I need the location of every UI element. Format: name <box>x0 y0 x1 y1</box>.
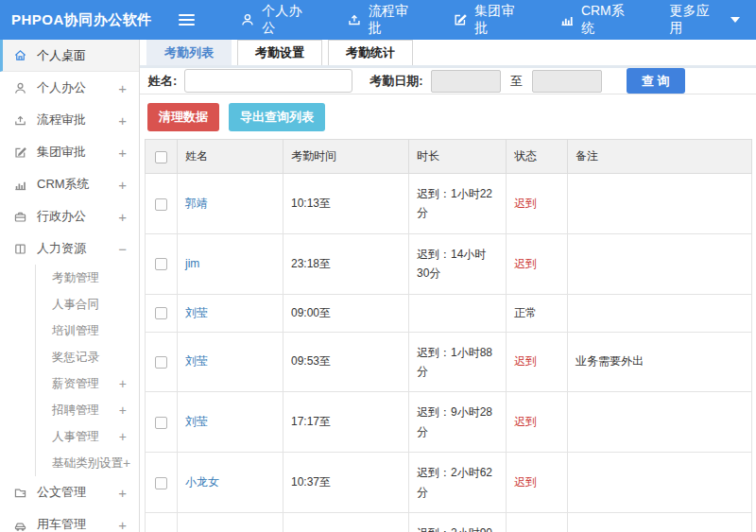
sidebar-item-label: 人力资源 <box>37 240 118 257</box>
toolbar: 清理数据 导出查询列表 <box>140 94 756 139</box>
sidebar-item-label: 个人办公 <box>37 79 118 96</box>
sidebar-item-personal-desktop[interactable]: 个人桌面 <box>0 40 139 72</box>
col-header-note: 备注 <box>568 140 752 174</box>
row-checkbox[interactable] <box>155 198 167 211</box>
sidebar-item-vehicle-mgmt[interactable]: 用车管理 + <box>0 508 139 532</box>
topnav-workflow-approval[interactable]: 流程审批 <box>331 3 438 37</box>
row-checkbox[interactable] <box>155 307 167 319</box>
sidebar: 个人桌面 个人办公 + 流程审批 + 集团审批 + CRM系统 + 行政办公 + <box>0 40 140 532</box>
row-checkbox[interactable] <box>155 417 167 429</box>
duration-cell <box>409 294 507 332</box>
name-label: 姓名: <box>148 73 177 90</box>
submenu-item-rewards[interactable]: 奖惩记录 <box>36 344 139 370</box>
time-cell: 10:13至 <box>284 174 409 234</box>
submenu-item-label: 人事合同 <box>52 297 127 313</box>
status-cell: 迟到 <box>507 174 568 234</box>
note-cell: 1111 <box>568 512 752 532</box>
to-label: 至 <box>510 73 523 90</box>
sidebar-item-document-mgmt[interactable]: 公文管理 + <box>0 476 139 508</box>
name-link[interactable]: 小龙女 <box>178 453 284 513</box>
submenu-item-hr-contract[interactable]: 人事合同 <box>36 291 139 317</box>
status-cell: 迟到 <box>507 332 568 392</box>
submenu-item-label: 薪资管理 <box>52 376 119 392</box>
note-cell <box>568 294 752 332</box>
topnav-label: CRM系统 <box>581 3 638 37</box>
tab-attendance-settings[interactable]: 考勤设置 <box>237 40 322 65</box>
sidebar-item-human-resources[interactable]: 人力资源 − <box>0 232 139 265</box>
col-header-name: 姓名 <box>178 140 284 174</box>
status-cell: 迟到 <box>507 392 568 453</box>
note-cell <box>568 233 752 294</box>
submenu-item-label: 奖惩记录 <box>52 350 127 366</box>
tab-attendance-stats[interactable]: 考勤统计 <box>328 40 413 65</box>
topnav-crm-system[interactable]: CRM系统 <box>543 3 653 37</box>
workflow-icon <box>347 12 362 27</box>
clear-data-button[interactable]: 清理数据 <box>147 103 219 131</box>
submenu-item-label: 考勤管理 <box>52 270 127 286</box>
app-title: PHPOA协同办公软件 <box>0 11 179 29</box>
table-row: 刘莹 17:17至 迟到：9小时28分 迟到 <box>146 392 752 453</box>
status-cell: 迟到 <box>507 233 568 294</box>
sidebar-item-label: 公文管理 <box>37 484 118 501</box>
col-header-duration: 时长 <box>409 140 507 174</box>
time-cell: 17:17至 <box>284 392 409 453</box>
date-from-input[interactable] <box>431 70 501 93</box>
submenu-item-label: 人事管理 <box>52 429 119 445</box>
sidebar-item-personal-office[interactable]: 个人办公 + <box>0 72 139 104</box>
main-panel: 考勤列表 考勤设置 考勤统计 姓名: 考勤日期: 至 查 询 清理数据 导出查询… <box>140 40 756 532</box>
tab-attendance-list[interactable]: 考勤列表 <box>146 40 232 65</box>
topnav-personal-office[interactable]: 个人办公 <box>224 3 331 37</box>
sidebar-item-crm-system[interactable]: CRM系统 + <box>0 168 139 200</box>
date-to-input[interactable] <box>532 70 602 93</box>
submenu-item-personnel[interactable]: 人事管理 + <box>36 423 139 450</box>
expand-sign: + <box>118 177 127 193</box>
sidebar-item-group-approval[interactable]: 集团审批 + <box>0 136 139 168</box>
row-checkbox[interactable] <box>155 258 167 270</box>
bar-chart-icon <box>13 178 27 192</box>
expand-sign: + <box>119 403 127 418</box>
duration-cell: 迟到：14小时30分 <box>409 233 507 294</box>
search-bar: 姓名: 考勤日期: 至 查 询 <box>140 68 756 94</box>
row-checkbox[interactable] <box>155 356 167 369</box>
topnav-group-approval[interactable]: 集团审批 <box>437 3 543 37</box>
sidebar-item-label: 集团审批 <box>37 144 118 161</box>
submenu-item-attendance[interactable]: 考勤管理 <box>36 265 139 291</box>
row-checkbox[interactable] <box>155 477 167 489</box>
topnav-more-apps[interactable]: 更多应用 <box>653 3 756 37</box>
expand-sign: + <box>119 376 127 391</box>
name-link[interactable]: 刘莹 <box>178 392 284 453</box>
table-row: 刘莹 09:53至 迟到：1小时88分 迟到 业务需要外出 <box>146 332 752 392</box>
note-cell <box>568 453 752 513</box>
select-all-checkbox[interactable] <box>155 151 167 163</box>
name-link[interactable]: jim <box>178 233 284 294</box>
table-row: 管理员 10:54至10:54 迟到：2小时90分 早退：7小时10分 迟到/早… <box>146 512 752 532</box>
name-link[interactable]: 刘莹 <box>178 294 284 332</box>
submenu-item-salary[interactable]: 薪资管理 + <box>36 370 139 397</box>
duration-cell: 迟到：9小时28分 <box>409 392 507 453</box>
user-icon <box>240 12 255 27</box>
hamburger-icon[interactable] <box>179 11 199 28</box>
hr-submenu: 考勤管理 人事合同 培训管理 奖惩记录 薪资管理 + 招聘管理 + <box>35 265 139 476</box>
name-link[interactable]: 郭靖 <box>178 174 284 234</box>
query-button[interactable]: 查 询 <box>627 68 685 94</box>
sidebar-item-workflow-approval[interactable]: 流程审批 + <box>0 104 139 136</box>
submenu-item-base-category[interactable]: 基础类别设置 + <box>36 450 139 476</box>
name-link[interactable]: 管理员 <box>178 512 284 532</box>
status-cell: 迟到/早退 <box>507 512 568 532</box>
sidebar-item-admin-office[interactable]: 行政办公 + <box>0 200 139 232</box>
duration-cell: 迟到：1小时22分 <box>409 174 507 234</box>
sidebar-item-label: 用车管理 <box>37 516 118 532</box>
date-label: 考勤日期: <box>369 73 422 90</box>
name-input[interactable] <box>184 69 352 93</box>
table-row: 小龙女 10:37至 迟到：2小时62分 迟到 <box>146 453 752 513</box>
table-row: 刘莹 09:00至 正常 <box>146 294 752 332</box>
tab-bar: 考勤列表 考勤设置 考勤统计 <box>140 40 756 68</box>
submenu-item-recruit[interactable]: 招聘管理 + <box>36 397 139 423</box>
export-button[interactable]: 导出查询列表 <box>229 103 325 131</box>
name-link[interactable]: 刘莹 <box>178 332 284 392</box>
user-icon <box>13 81 27 95</box>
time-cell: 23:18至 <box>284 233 409 294</box>
topnav-label: 流程审批 <box>369 3 421 37</box>
submenu-item-training[interactable]: 培训管理 <box>36 317 139 344</box>
col-header-status: 状态 <box>507 140 568 174</box>
